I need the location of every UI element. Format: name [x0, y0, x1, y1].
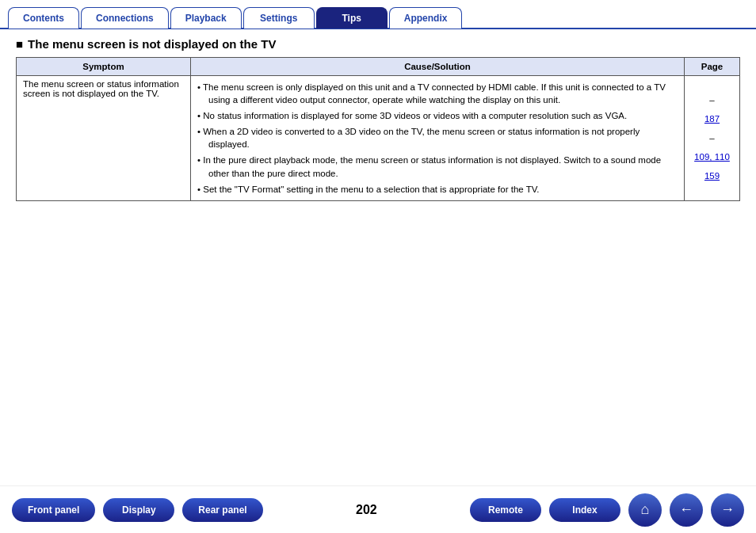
page-cell: – 187 – 109, 110 159 — [685, 76, 740, 201]
page-entries: – 187 – 109, 110 159 — [691, 92, 733, 184]
display-button[interactable]: Display — [103, 498, 174, 522]
forward-button[interactable]: → — [711, 493, 744, 527]
main-content: The menu screen is not displayed on the … — [0, 28, 756, 209]
col-header-cause: Cause/Solution — [191, 58, 685, 76]
page-entry-1: – — [709, 95, 714, 105]
page-entry-4[interactable]: 109, 110 — [694, 152, 730, 162]
tab-connections[interactable]: Connections — [81, 7, 169, 29]
rear-panel-button[interactable]: Rear panel — [182, 498, 262, 522]
tab-settings[interactable]: Settings — [243, 7, 315, 29]
cause-item-1: The menu screen is only displayed on thi… — [197, 79, 678, 108]
back-button[interactable]: ← — [670, 493, 703, 527]
cause-item-4: In the pure direct playback mode, the me… — [197, 152, 678, 181]
table-row: The menu screen or status information sc… — [17, 76, 740, 201]
page-entry-3: – — [709, 133, 714, 143]
remote-button[interactable]: Remote — [470, 498, 541, 522]
cause-item-2: No status information is displayed for s… — [197, 108, 678, 124]
tab-tips[interactable]: Tips — [316, 7, 388, 29]
index-button[interactable]: Index — [549, 498, 620, 522]
page-entry-2[interactable]: 187 — [704, 114, 720, 124]
tab-playback[interactable]: Playback — [170, 7, 242, 29]
col-header-page: Page — [685, 58, 740, 76]
tab-appendix[interactable]: Appendix — [389, 7, 463, 29]
page-entry-5[interactable]: 159 — [704, 171, 720, 181]
cause-cell: The menu screen is only displayed on thi… — [191, 76, 685, 201]
front-panel-button[interactable]: Front panel — [12, 498, 95, 522]
main-table: Symptom Cause/Solution Page The menu scr… — [16, 57, 740, 201]
cause-item-5: Set the "TV Format" setting in the menu … — [197, 181, 678, 197]
col-header-symptom: Symptom — [17, 58, 191, 76]
cause-list: The menu screen is only displayed on thi… — [197, 79, 678, 197]
nav-tabs: Contents Connections Playback Settings T… — [0, 0, 756, 28]
home-button[interactable]: ⌂ — [628, 493, 662, 527]
cause-item-3: When a 2D video is converted to a 3D vid… — [197, 124, 678, 152]
section-title: The menu screen is not displayed on the … — [16, 37, 740, 51]
symptom-cell: The menu screen or status information sc… — [17, 76, 191, 201]
tab-contents[interactable]: Contents — [8, 7, 79, 29]
page-number: 202 — [271, 503, 462, 517]
footer: Front panel Display Rear panel 202 Remot… — [0, 485, 756, 533]
